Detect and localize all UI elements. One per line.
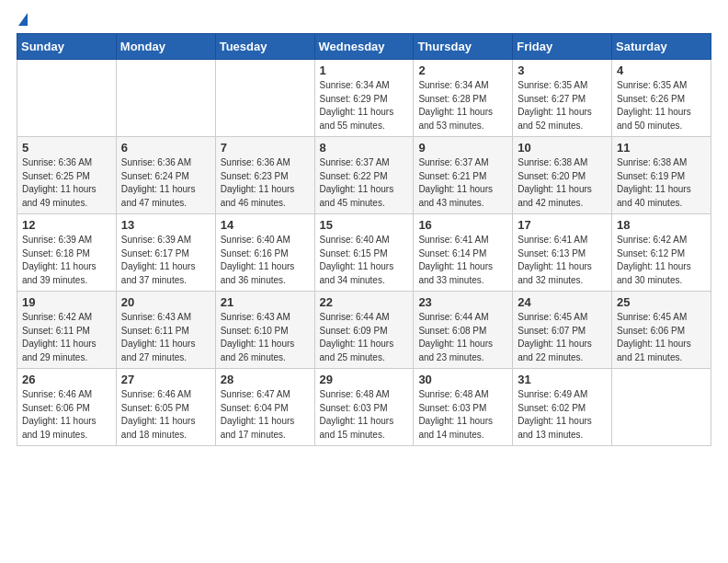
calendar-cell: 11Sunrise: 6:38 AM Sunset: 6:19 PM Dayli… bbox=[612, 137, 711, 214]
calendar-cell: 16Sunrise: 6:41 AM Sunset: 6:14 PM Dayli… bbox=[414, 214, 513, 292]
day-info: Sunrise: 6:49 AM Sunset: 6:02 PM Dayligh… bbox=[518, 388, 607, 442]
calendar-cell: 8Sunrise: 6:37 AM Sunset: 6:22 PM Daylig… bbox=[314, 137, 414, 214]
day-info: Sunrise: 6:38 AM Sunset: 6:19 PM Dayligh… bbox=[617, 156, 706, 210]
calendar-cell: 2Sunrise: 6:34 AM Sunset: 6:28 PM Daylig… bbox=[414, 60, 513, 137]
calendar-cell: 13Sunrise: 6:39 AM Sunset: 6:17 PM Dayli… bbox=[116, 214, 215, 292]
logo-triangle-icon bbox=[18, 13, 28, 26]
day-number: 19 bbox=[22, 295, 111, 309]
calendar-cell: 31Sunrise: 6:49 AM Sunset: 6:02 PM Dayli… bbox=[513, 369, 612, 446]
day-number: 13 bbox=[121, 218, 210, 232]
calendar-cell: 7Sunrise: 6:36 AM Sunset: 6:23 PM Daylig… bbox=[215, 137, 314, 214]
calendar-header-row: SundayMondayTuesdayWednesdayThursdayFrid… bbox=[17, 34, 711, 60]
calendar-cell: 18Sunrise: 6:42 AM Sunset: 6:12 PM Dayli… bbox=[612, 214, 711, 292]
day-info: Sunrise: 6:48 AM Sunset: 6:03 PM Dayligh… bbox=[418, 388, 507, 442]
day-number: 14 bbox=[221, 218, 310, 232]
calendar-week-row: 5Sunrise: 6:36 AM Sunset: 6:25 PM Daylig… bbox=[17, 137, 711, 214]
calendar-cell: 10Sunrise: 6:38 AM Sunset: 6:20 PM Dayli… bbox=[513, 137, 612, 214]
day-info: Sunrise: 6:37 AM Sunset: 6:21 PM Dayligh… bbox=[418, 156, 507, 210]
day-info: Sunrise: 6:41 AM Sunset: 6:14 PM Dayligh… bbox=[418, 234, 507, 287]
day-number: 4 bbox=[617, 63, 706, 77]
day-info: Sunrise: 6:39 AM Sunset: 6:18 PM Dayligh… bbox=[22, 234, 111, 287]
day-number: 30 bbox=[418, 373, 507, 386]
day-number: 20 bbox=[121, 295, 210, 309]
calendar-week-row: 19Sunrise: 6:42 AM Sunset: 6:11 PM Dayli… bbox=[17, 292, 711, 369]
calendar-cell: 3Sunrise: 6:35 AM Sunset: 6:27 PM Daylig… bbox=[513, 60, 612, 137]
calendar-cell: 29Sunrise: 6:48 AM Sunset: 6:03 PM Dayli… bbox=[314, 369, 414, 446]
day-info: Sunrise: 6:37 AM Sunset: 6:22 PM Dayligh… bbox=[320, 156, 409, 210]
calendar-header-tuesday: Tuesday bbox=[215, 34, 314, 60]
day-info: Sunrise: 6:46 AM Sunset: 6:05 PM Dayligh… bbox=[121, 388, 210, 442]
page: SundayMondayTuesdayWednesdayThursdayFrid… bbox=[0, 0, 728, 463]
calendar-header-saturday: Saturday bbox=[612, 34, 711, 60]
day-info: Sunrise: 6:34 AM Sunset: 6:29 PM Dayligh… bbox=[320, 79, 409, 132]
day-number: 21 bbox=[221, 295, 310, 309]
day-info: Sunrise: 6:48 AM Sunset: 6:03 PM Dayligh… bbox=[320, 388, 409, 442]
day-info: Sunrise: 6:44 AM Sunset: 6:08 PM Dayligh… bbox=[418, 311, 507, 364]
day-info: Sunrise: 6:35 AM Sunset: 6:26 PM Dayligh… bbox=[617, 79, 706, 132]
day-info: Sunrise: 6:36 AM Sunset: 6:23 PM Dayligh… bbox=[221, 156, 310, 210]
calendar-cell: 9Sunrise: 6:37 AM Sunset: 6:21 PM Daylig… bbox=[414, 137, 513, 214]
calendar-cell: 17Sunrise: 6:41 AM Sunset: 6:13 PM Dayli… bbox=[513, 214, 612, 292]
day-number: 29 bbox=[320, 373, 409, 386]
day-number: 3 bbox=[518, 63, 607, 77]
calendar-cell: 21Sunrise: 6:43 AM Sunset: 6:10 PM Dayli… bbox=[215, 292, 314, 369]
day-number: 6 bbox=[121, 141, 210, 155]
calendar-cell: 25Sunrise: 6:45 AM Sunset: 6:06 PM Dayli… bbox=[612, 292, 711, 369]
day-number: 27 bbox=[121, 373, 210, 386]
calendar-week-row: 1Sunrise: 6:34 AM Sunset: 6:29 PM Daylig… bbox=[17, 60, 711, 137]
day-info: Sunrise: 6:44 AM Sunset: 6:09 PM Dayligh… bbox=[320, 311, 409, 364]
calendar-header-monday: Monday bbox=[116, 34, 215, 60]
day-info: Sunrise: 6:47 AM Sunset: 6:04 PM Dayligh… bbox=[221, 388, 310, 442]
day-number: 26 bbox=[22, 373, 111, 386]
day-number: 16 bbox=[418, 218, 507, 232]
calendar-week-row: 12Sunrise: 6:39 AM Sunset: 6:18 PM Dayli… bbox=[17, 214, 711, 292]
day-info: Sunrise: 6:35 AM Sunset: 6:27 PM Dayligh… bbox=[518, 79, 607, 132]
calendar-cell: 26Sunrise: 6:46 AM Sunset: 6:06 PM Dayli… bbox=[17, 369, 117, 446]
day-number: 23 bbox=[418, 295, 507, 309]
day-number: 31 bbox=[518, 373, 607, 386]
day-number: 22 bbox=[320, 295, 409, 309]
calendar-cell: 15Sunrise: 6:40 AM Sunset: 6:15 PM Dayli… bbox=[314, 214, 414, 292]
day-info: Sunrise: 6:46 AM Sunset: 6:06 PM Dayligh… bbox=[22, 388, 111, 442]
calendar-cell: 23Sunrise: 6:44 AM Sunset: 6:08 PM Dayli… bbox=[414, 292, 513, 369]
calendar-cell bbox=[215, 60, 314, 137]
day-number: 17 bbox=[518, 218, 607, 232]
day-number: 5 bbox=[22, 141, 111, 155]
calendar-cell: 6Sunrise: 6:36 AM Sunset: 6:24 PM Daylig… bbox=[116, 137, 215, 214]
day-number: 15 bbox=[320, 218, 409, 232]
calendar-cell: 28Sunrise: 6:47 AM Sunset: 6:04 PM Dayli… bbox=[215, 369, 314, 446]
calendar-cell: 12Sunrise: 6:39 AM Sunset: 6:18 PM Dayli… bbox=[17, 214, 117, 292]
day-info: Sunrise: 6:40 AM Sunset: 6:16 PM Dayligh… bbox=[221, 234, 310, 287]
day-number: 18 bbox=[617, 218, 706, 232]
day-number: 11 bbox=[617, 141, 706, 155]
day-number: 1 bbox=[320, 63, 409, 77]
day-info: Sunrise: 6:42 AM Sunset: 6:12 PM Dayligh… bbox=[617, 234, 706, 287]
calendar-cell: 24Sunrise: 6:45 AM Sunset: 6:07 PM Dayli… bbox=[513, 292, 612, 369]
day-number: 9 bbox=[418, 141, 507, 155]
calendar-cell bbox=[17, 60, 117, 137]
day-number: 12 bbox=[22, 218, 111, 232]
calendar: SundayMondayTuesdayWednesdayThursdayFrid… bbox=[17, 33, 711, 446]
logo bbox=[17, 17, 28, 26]
calendar-cell: 14Sunrise: 6:40 AM Sunset: 6:16 PM Dayli… bbox=[215, 214, 314, 292]
day-info: Sunrise: 6:43 AM Sunset: 6:10 PM Dayligh… bbox=[221, 311, 310, 364]
day-number: 25 bbox=[617, 295, 706, 309]
day-info: Sunrise: 6:41 AM Sunset: 6:13 PM Dayligh… bbox=[518, 234, 607, 287]
day-info: Sunrise: 6:42 AM Sunset: 6:11 PM Dayligh… bbox=[22, 311, 111, 364]
day-info: Sunrise: 6:43 AM Sunset: 6:11 PM Dayligh… bbox=[121, 311, 210, 364]
calendar-week-row: 26Sunrise: 6:46 AM Sunset: 6:06 PM Dayli… bbox=[17, 369, 711, 446]
day-number: 7 bbox=[221, 141, 310, 155]
calendar-cell: 1Sunrise: 6:34 AM Sunset: 6:29 PM Daylig… bbox=[314, 60, 414, 137]
calendar-cell: 30Sunrise: 6:48 AM Sunset: 6:03 PM Dayli… bbox=[414, 369, 513, 446]
calendar-cell bbox=[612, 369, 711, 446]
day-number: 8 bbox=[320, 141, 409, 155]
calendar-cell: 20Sunrise: 6:43 AM Sunset: 6:11 PM Dayli… bbox=[116, 292, 215, 369]
day-number: 28 bbox=[221, 373, 310, 386]
calendar-cell: 4Sunrise: 6:35 AM Sunset: 6:26 PM Daylig… bbox=[612, 60, 711, 137]
day-number: 2 bbox=[418, 63, 507, 77]
calendar-cell: 5Sunrise: 6:36 AM Sunset: 6:25 PM Daylig… bbox=[17, 137, 117, 214]
header bbox=[17, 17, 711, 26]
day-info: Sunrise: 6:39 AM Sunset: 6:17 PM Dayligh… bbox=[121, 234, 210, 287]
calendar-header-friday: Friday bbox=[513, 34, 612, 60]
day-info: Sunrise: 6:36 AM Sunset: 6:25 PM Dayligh… bbox=[22, 156, 111, 210]
